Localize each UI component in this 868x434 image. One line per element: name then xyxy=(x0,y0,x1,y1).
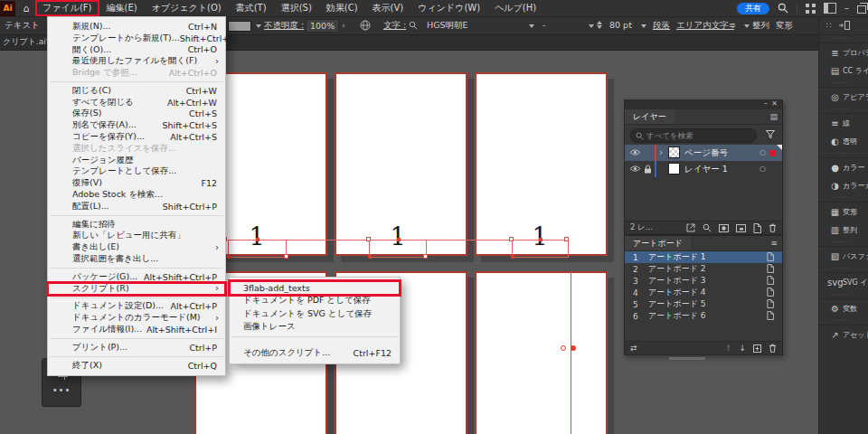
recolor-artwork-icon[interactable] xyxy=(360,20,371,31)
target-circle-icon[interactable]: ○ xyxy=(760,145,766,161)
dock-panel-button[interactable]: ↗ アセット xyxy=(819,325,868,344)
path-anchor-ring[interactable] xyxy=(561,345,566,351)
font-search-icon[interactable] xyxy=(409,21,418,30)
dock-panel-button[interactable]: ◐ 透明 xyxy=(819,132,868,150)
file-menu-item[interactable]: 保存(S) Ctrl+S › xyxy=(48,108,225,120)
dock-panel-button[interactable]: ▧ パスファ xyxy=(819,246,868,265)
file-menu-item[interactable]: ファイル情報(I)... Alt+Shift+Ctrl+I › xyxy=(48,324,225,335)
artboard-page-icon[interactable] xyxy=(767,311,774,320)
tab-artboards[interactable]: アートボード xyxy=(625,236,691,250)
file-menu-item[interactable]: パッケージ(G)... Alt+Shift+Ctrl+P › xyxy=(48,271,225,283)
file-menu-item[interactable]: バージョン履歴 › xyxy=(48,155,225,166)
rearrange-artboards-icon[interactable]: ⇄ xyxy=(630,344,637,353)
file-menu-item[interactable]: 書き出し(E) › xyxy=(48,241,225,253)
file-menu-item[interactable]: 開く(O)... Ctrl+O › xyxy=(48,44,225,56)
expand-layer-icon[interactable]: › xyxy=(659,145,663,161)
menubar-item[interactable]: 編集(E) xyxy=(99,0,145,16)
file-menu-item[interactable]: 別名で保存(A)... Shift+Ctrl+S › xyxy=(48,119,225,131)
visibility-eye-icon[interactable] xyxy=(629,148,641,156)
tab-layers[interactable]: レイヤー xyxy=(625,109,675,124)
artboard-name[interactable]: アートボード 4 xyxy=(648,287,705,298)
font-size-stepper[interactable] xyxy=(597,16,602,34)
artboard-row[interactable]: 4 アートボード 4 xyxy=(625,287,782,298)
new-layer-icon[interactable] xyxy=(753,223,761,233)
close-panel-icon[interactable]: ✕ xyxy=(771,99,778,108)
scripts-submenu-item[interactable]: 3flab-add_texts › xyxy=(230,281,400,295)
expand-panels-icon[interactable] xyxy=(839,21,850,30)
area-type-label[interactable]: エリア内文字 : xyxy=(676,16,734,34)
dock-panel-button[interactable]: ◎ アピアラン xyxy=(819,87,868,106)
scripts-submenu-item[interactable]: 画像トレース › xyxy=(230,321,400,335)
selection-handle[interactable] xyxy=(509,237,514,241)
transform-label[interactable]: 変形 xyxy=(776,16,793,34)
app-logo-icon[interactable]: Ai xyxy=(0,1,15,16)
path-anchor-dot[interactable] xyxy=(571,345,576,351)
layer-name[interactable]: ページ番号 xyxy=(684,145,728,161)
file-menu-item[interactable]: 編集に招待 › xyxy=(48,219,225,231)
delete-artboard-icon[interactable] xyxy=(769,344,777,353)
scripts-submenu-item[interactable]: ドキュメントを PDF として保存 › xyxy=(230,295,400,308)
dock-panel-button[interactable]: ≡ 線 xyxy=(819,113,868,132)
artboard-page-icon[interactable] xyxy=(767,288,774,297)
layers-search-input[interactable] xyxy=(646,131,751,140)
opacity-more-icon[interactable]: › xyxy=(342,16,345,34)
layers-search-box[interactable] xyxy=(630,128,757,143)
chevron-down-icon[interactable] xyxy=(744,24,750,28)
minimize-window-icon[interactable]: – xyxy=(844,4,849,13)
align-options-icon[interactable]: ≡ xyxy=(729,16,736,34)
dock-panel-button[interactable]: svg SVG イ xyxy=(819,272,868,291)
selection-handle[interactable] xyxy=(423,254,428,259)
artboard-page-icon[interactable] xyxy=(767,276,774,285)
filter-icon[interactable] xyxy=(766,130,775,138)
selection-handle[interactable] xyxy=(284,254,288,259)
artboard-name[interactable]: アートボード 6 xyxy=(648,310,705,322)
dock-panel-button[interactable]: ≣ プロパテ xyxy=(819,42,868,61)
file-menu-item[interactable]: ドキュメントのカラーモード(M) › xyxy=(48,312,225,324)
menubar-item[interactable]: 書式(T) xyxy=(229,0,274,16)
artboard-row[interactable]: 1 アートボード 1 xyxy=(625,251,782,263)
artboard-row[interactable]: 3 アートボード 3 xyxy=(625,275,782,287)
opacity-label[interactable]: 不透明度 : xyxy=(264,16,304,34)
share-button[interactable]: 共有 xyxy=(737,3,769,14)
collapse-panel-icon[interactable]: – xyxy=(764,99,768,108)
fill-color-swatch[interactable] xyxy=(228,21,251,32)
dock-panel-button[interactable]: ◑ カラーガ xyxy=(819,176,868,194)
lock-icon[interactable] xyxy=(644,165,652,174)
selection-color-badge[interactable] xyxy=(769,150,776,156)
scripts-submenu-item[interactable]: ドキュメントを SVG として保存 › xyxy=(230,307,400,321)
menubar-item[interactable]: オブジェクト(O) xyxy=(145,0,229,16)
file-menu-item[interactable]: 選択範囲を書き出し... › xyxy=(48,253,225,265)
layer-row[interactable]: › ページ番号 ○ xyxy=(625,145,782,161)
file-menu-item[interactable]: ドキュメント設定(D)... Alt+Ctrl+P › xyxy=(48,301,225,313)
search-icon[interactable] xyxy=(778,3,788,14)
font-family-select[interactable]: HGS明朝E xyxy=(427,16,468,34)
font-size-value[interactable]: 80 pt xyxy=(609,16,632,34)
new-sublayer-icon[interactable] xyxy=(736,224,746,232)
layer-name[interactable]: レイヤー 1 xyxy=(684,161,728,177)
file-menu-item[interactable]: スクリプト(R) › xyxy=(48,283,225,295)
font-style-select[interactable]: - xyxy=(542,16,545,34)
panel-menu-icon[interactable]: ▤ xyxy=(769,109,778,124)
target-circle-icon[interactable]: ○ xyxy=(760,161,766,177)
chevron-down-icon[interactable] xyxy=(529,24,534,28)
file-menu-item[interactable]: Adobe Stock を検索... › xyxy=(48,189,225,201)
opacity-value[interactable]: 100% xyxy=(306,19,339,33)
make-mask-icon[interactable] xyxy=(719,224,729,232)
move-up-icon[interactable]: ↑ xyxy=(725,344,732,353)
delete-layer-icon[interactable] xyxy=(769,223,777,232)
artboard-row[interactable]: 6 アートボード 6 xyxy=(625,310,782,322)
home-icon[interactable]: ⌂ xyxy=(17,3,35,14)
file-menu-item[interactable]: 新しい「レビュー用に共有」 › xyxy=(48,231,225,242)
file-menu-item[interactable]: 最近使用したファイルを開く(F) › xyxy=(48,55,225,67)
panel-scrollbar[interactable] xyxy=(669,357,705,360)
file-menu-item[interactable]: すべてを閉じる Alt+Ctrl+W › xyxy=(48,97,225,108)
file-menu-item[interactable]: Bridge で参照... Alt+Ctrl+O › xyxy=(48,67,225,79)
file-menu-item[interactable]: 閉じる(C) Ctrl+W › xyxy=(48,85,225,97)
menubar-item[interactable]: 効果(C) xyxy=(319,0,365,16)
align-label[interactable]: 整列 xyxy=(752,16,769,34)
selection-handle[interactable] xyxy=(564,237,569,241)
workspace-switcher-icon[interactable] xyxy=(806,4,816,14)
artboard-name[interactable]: アートボード 5 xyxy=(648,298,705,310)
selection-handle[interactable] xyxy=(366,237,371,241)
menubar-item[interactable]: 表示(V) xyxy=(365,0,411,16)
